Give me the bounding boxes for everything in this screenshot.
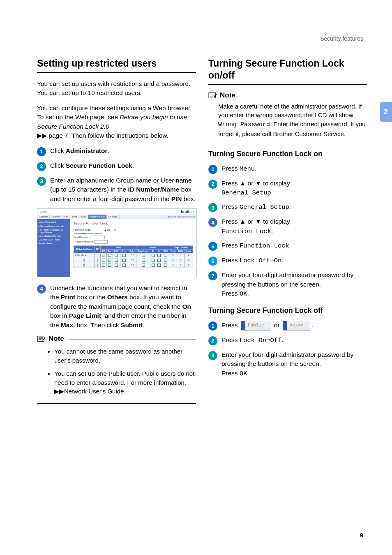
lcd-button-user: xxxxx xyxy=(283,321,310,331)
heading-rule xyxy=(208,84,367,85)
note-icon xyxy=(37,335,46,342)
off-step-3: 3 Enter your four-digit administrator pa… xyxy=(208,350,367,378)
step-badge: 5 xyxy=(208,242,217,251)
off-step-2: 2 Press Lock On➞Off. xyxy=(208,335,367,345)
step-badge: 3 xyxy=(208,351,217,360)
step-badge: 4 xyxy=(37,284,46,294)
on-step-3: 3 Press General Setup. xyxy=(208,202,367,212)
step-badge: 2 xyxy=(208,180,217,189)
step-badge: 2 xyxy=(37,162,46,171)
on-step-2: 2 Press ▲ or ▼ to display General Setup. xyxy=(208,179,367,198)
paragraph: You can configure these settings using a… xyxy=(37,104,196,141)
step-badge: 1 xyxy=(37,147,46,156)
running-header: Security features xyxy=(320,35,363,42)
on-step-7: 7 Enter your four-digit administrator pa… xyxy=(208,271,367,298)
heading-rule xyxy=(37,72,196,73)
subheading-off: Turning Secure Function Lock off xyxy=(208,306,367,315)
on-step-4: 4 Press ▲ or ▼ to display Function Lock. xyxy=(208,217,367,236)
step-badge: 1 xyxy=(208,165,217,174)
step-badge: 4 xyxy=(208,218,217,227)
note-bullet: You can set up one Public user. Public u… xyxy=(54,369,196,396)
step-badge: 1 xyxy=(208,321,217,331)
up-icon: ▲ xyxy=(240,217,246,226)
paragraph: You can set up users with restrictions a… xyxy=(37,79,196,98)
svg-rect-1 xyxy=(209,92,215,98)
step-2: 2 Click Secure Function Lock. xyxy=(37,161,196,171)
subheading-on: Turning Secure Function Lock on xyxy=(208,150,367,158)
right-column: Turning Secure Function Lock on/off Note… xyxy=(208,58,367,410)
note-bullet: You cannot use the same password as anot… xyxy=(54,347,196,365)
on-step-6: 6 Press Lock Off➞On. xyxy=(208,256,367,266)
note-icon xyxy=(208,92,217,99)
step-1: 1 Click Administrator. xyxy=(37,146,196,156)
step-badge: 7 xyxy=(208,271,217,280)
step-badge: 6 xyxy=(208,257,217,266)
section-heading-right: Turning Secure Function Lock on/off xyxy=(208,58,367,81)
step-badge: 3 xyxy=(208,203,217,212)
scr-sidebar: Login Password ▸Secure Function Lock PC … xyxy=(37,219,70,277)
scr-table: ID Number/NamePINPrintOthersPage Counter… xyxy=(74,245,193,268)
down-icon: ▼ xyxy=(255,217,261,226)
lcd-button-public: Public xyxy=(241,321,271,331)
step-badge: 3 xyxy=(37,177,46,186)
svg-rect-0 xyxy=(37,336,44,342)
admin-screenshot: Logout brother General Address Fax Print… xyxy=(37,208,197,277)
chapter-tab: 2 xyxy=(380,102,392,122)
left-column: Setting up restricted users You can set … xyxy=(37,58,196,410)
on-step-1: 1 Press Menu. xyxy=(208,164,367,174)
on-step-5: 5 Press Function Lock. xyxy=(208,241,367,251)
up-icon: ▲ xyxy=(240,179,246,188)
note-box: Note Make a careful note of the administ… xyxy=(208,91,367,142)
section-heading-left: Setting up restricted users xyxy=(37,58,196,69)
down-icon: ▼ xyxy=(255,179,261,188)
step-4: 4 Uncheck the functions that you want to… xyxy=(37,284,196,330)
step-badge: 2 xyxy=(208,336,217,345)
page-number: 9 xyxy=(360,532,363,539)
scr-tabs: General Address Fax Print Scan Administr… xyxy=(37,215,196,219)
step-3: 3 Enter an alphanumeric Group name or Us… xyxy=(37,176,196,204)
note-box: Note You cannot use the same password as… xyxy=(37,335,196,404)
off-step-1: 1 Press Public or xxxxx. xyxy=(208,321,367,331)
